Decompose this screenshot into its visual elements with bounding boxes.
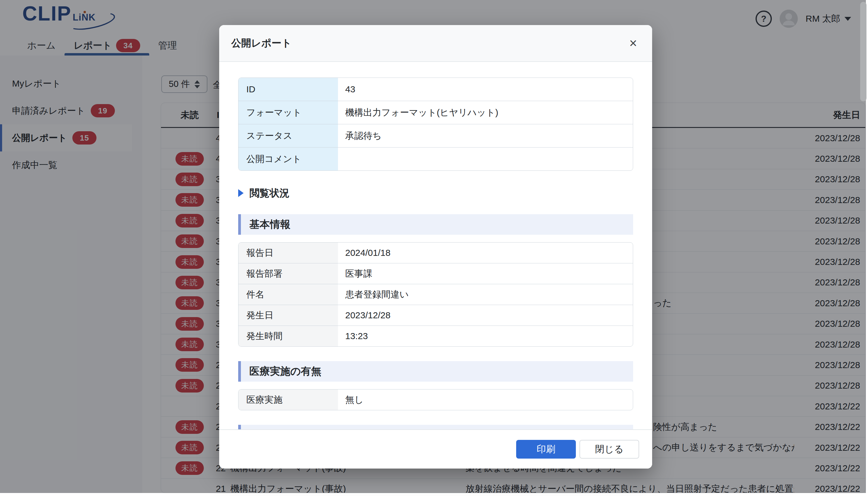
detail-label: 公開コメント (239, 148, 338, 170)
modal-footer: 印刷 閉じる (219, 429, 652, 468)
section-header-basic-info: 基本情報 (238, 214, 633, 235)
section-header-medical: 医療実施の有無 (238, 361, 633, 382)
modal-title: 公開レポート (231, 36, 291, 50)
modal-header: 公開レポート × (219, 25, 652, 62)
viewing-status-label: 閲覧状況 (250, 186, 289, 200)
page: CLIP LiNK ホームレポート34管理 ? RM 太郎 (0, 0, 868, 496)
detail-value: 医事課 (338, 268, 372, 280)
detail-label: 医療実施 (239, 389, 338, 410)
detail-label: フォーマット (239, 101, 338, 124)
detail-label: 発生日 (239, 305, 338, 326)
viewing-status-toggle[interactable]: 閲覧状況 (238, 185, 633, 202)
detail-label: 発生時間 (239, 326, 338, 346)
modal-close-button[interactable]: 閉じる (579, 440, 639, 459)
detail-row: 発生時間13:23 (239, 326, 633, 346)
modal-body: ID43フォーマット機構出力フォーマット(ヒヤリハット)ステータス承認待ち公開コ… (219, 62, 652, 429)
detail-value: 無し (338, 394, 364, 406)
detail-label: 報告日 (239, 243, 338, 263)
detail-row: ID43 (239, 78, 633, 101)
detail-value: 患者登録間違い (338, 289, 409, 301)
detail-row: 件名患者登録間違い (239, 284, 633, 305)
medical-table: 医療実施無し (238, 389, 633, 410)
detail-label: ID (239, 78, 338, 101)
basic-info-table: 報告日2024/01/18報告部署医事課件名患者登録間違い発生日2023/12/… (238, 242, 633, 347)
detail-label: 件名 (239, 284, 338, 305)
section-header-treatment-truncated: 治療の程度 (238, 425, 633, 429)
detail-label: 報告部署 (239, 263, 338, 284)
detail-row: 報告日2024/01/18 (239, 243, 633, 263)
detail-row: 発生日2023/12/28 (239, 305, 633, 326)
vertical-scrollbar-thumb[interactable] (860, 2, 867, 102)
report-meta-table: ID43フォーマット機構出力フォーマット(ヒヤリハット)ステータス承認待ち公開コ… (238, 78, 633, 171)
detail-value: 43 (338, 84, 355, 94)
detail-row: 報告部署医事課 (239, 263, 633, 284)
detail-value: 13:23 (338, 331, 368, 341)
detail-row: フォーマット機構出力フォーマット(ヒヤリハット) (239, 101, 633, 124)
detail-row: ステータス承認待ち (239, 124, 633, 147)
detail-label: ステータス (239, 124, 338, 147)
detail-value: 2023/12/28 (338, 310, 390, 321)
detail-value: 機構出力フォーマット(ヒヤリハット) (338, 107, 498, 119)
detail-value: 2024/01/18 (338, 248, 390, 258)
detail-row: 医療実施無し (239, 389, 633, 410)
close-icon[interactable]: × (626, 35, 640, 51)
horizontal-scrollbar-track (0, 493, 868, 496)
detail-row: 公開コメント (239, 147, 633, 170)
report-detail-modal: 公開レポート × ID43フォーマット機構出力フォーマット(ヒヤリハット)ステー… (219, 25, 652, 468)
detail-value: 承認待ち (338, 130, 382, 142)
collapse-arrow-icon (238, 189, 244, 197)
print-button[interactable]: 印刷 (516, 440, 576, 459)
